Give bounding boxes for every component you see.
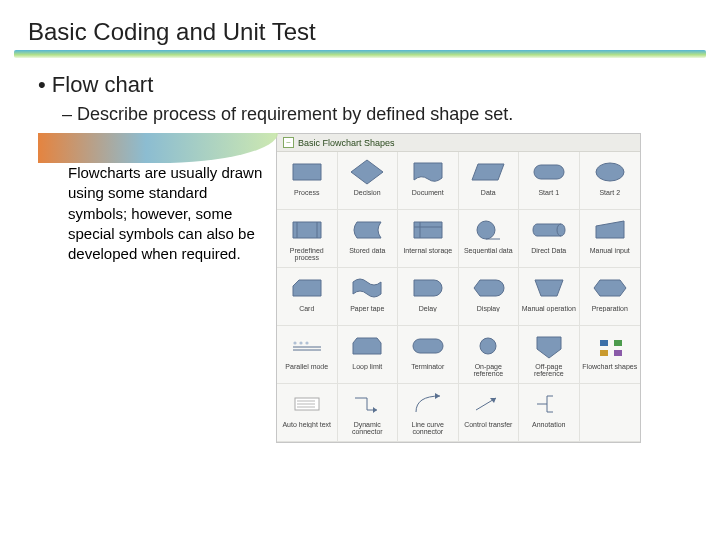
shape-label: Document [410,188,446,196]
shape-label: Sequential data [462,246,515,254]
svg-rect-10 [600,350,608,356]
terminator-shape-icon [408,330,448,362]
bullet-level-1: Flow chart [38,72,694,98]
shape-label: Annotation [530,420,567,428]
shape-label: Internal storage [401,246,454,254]
ctrl-shape-icon [468,388,508,420]
shape-cell[interactable]: Annotation [519,384,580,442]
svg-rect-8 [600,340,608,346]
shape-cell[interactable]: Document [398,152,459,210]
palette-header[interactable]: − Basic Flowchart Shapes [277,134,640,152]
parallel-shape-icon [287,330,327,362]
shape-label: Line curve connector [398,420,458,436]
shape-cell[interactable]: Start 2 [580,152,641,210]
empty-cell [580,384,641,442]
shape-cell[interactable]: Internal storage [398,210,459,268]
palette-title: Basic Flowchart Shapes [298,138,395,148]
shape-cell[interactable]: Card [277,268,338,326]
predef-shape-icon [287,214,327,246]
shape-label: On-page reference [459,362,519,378]
mini-shape-icon [590,330,630,362]
shape-cell[interactable]: Dynamic connector [338,384,399,442]
display-shape-icon [468,272,508,304]
manualop-shape-icon [529,272,569,304]
content-row: Flowcharts are usually drawn using some … [38,125,694,443]
shape-label: Flowchart shapes [580,362,639,370]
svg-point-2 [293,341,296,344]
offpage-shape-icon [529,330,569,362]
document-shape-icon [408,156,448,188]
swoosh-graphic [38,133,278,163]
looplimit-shape-icon [347,330,387,362]
bullet-level-2: Describe process of requirement by defin… [38,98,694,125]
circle-shape-icon [468,330,508,362]
shape-cell[interactable]: Data [459,152,520,210]
shape-label: Loop limit [350,362,384,370]
shape-label: Start 1 [536,188,561,196]
shape-cell[interactable]: Process [277,152,338,210]
shape-cell[interactable]: Paper tape [338,268,399,326]
svg-point-7 [480,338,496,354]
delay-shape-icon [408,272,448,304]
shape-cell[interactable]: Line curve connector [398,384,459,442]
svg-rect-9 [614,340,622,346]
shape-label: Direct Data [529,246,568,254]
shape-cell[interactable]: Control transfer [459,384,520,442]
svg-point-3 [299,341,302,344]
shape-cell[interactable]: Delay [398,268,459,326]
card-shape-icon [287,272,327,304]
shape-cell[interactable]: Auto height text [277,384,338,442]
shape-cell[interactable]: On-page reference [459,326,520,384]
prep-shape-icon [590,272,630,304]
shape-cell[interactable]: Off-page reference [519,326,580,384]
shapes-grid: ProcessDecisionDocumentDataStart 1Start … [277,152,640,442]
manualin-shape-icon [590,214,630,246]
shape-cell[interactable]: Display [459,268,520,326]
shape-cell[interactable]: Decision [338,152,399,210]
rect-shape-icon [287,156,327,188]
svg-point-1 [477,221,495,239]
papertape-shape-icon [347,272,387,304]
shape-label: Predefined process [277,246,337,262]
shape-cell[interactable]: Preparation [580,268,641,326]
shape-cell[interactable]: Terminator [398,326,459,384]
shape-label: Control transfer [462,420,514,428]
shape-label: Paper tape [348,304,386,312]
shape-label: Process [292,188,321,196]
left-description: Flowcharts are usually drawn using some … [38,133,276,264]
shape-cell[interactable]: Manual operation [519,268,580,326]
stored-shape-icon [347,214,387,246]
shape-cell[interactable]: Direct Data [519,210,580,268]
terminator-shape-icon [529,156,569,188]
shape-label: Terminator [409,362,446,370]
dynconn-shape-icon [347,388,387,420]
parallelogram-shape-icon [468,156,508,188]
internal-shape-icon [408,214,448,246]
shape-label: Dynamic connector [338,420,398,436]
collapse-icon[interactable]: − [283,137,294,148]
shape-cell[interactable]: Loop limit [338,326,399,384]
cylinder-shape-icon [529,214,569,246]
shapes-palette: − Basic Flowchart Shapes ProcessDecision… [276,133,641,443]
shape-cell[interactable]: Start 1 [519,152,580,210]
shape-cell[interactable]: Stored data [338,210,399,268]
slide-title: Basic Coding and Unit Test [0,0,720,50]
shape-cell[interactable]: Sequential data [459,210,520,268]
shape-label: Start 2 [597,188,622,196]
shape-cell[interactable]: Predefined process [277,210,338,268]
curvconn-shape-icon [408,388,448,420]
shape-cell[interactable]: Manual input [580,210,641,268]
shape-cell[interactable]: Parallel mode [277,326,338,384]
slide-body: Flow chart Describe process of requireme… [0,58,720,443]
diamond-shape-icon [347,156,387,188]
ellipse-shape-icon [590,156,630,188]
shape-cell[interactable]: Flowchart shapes [580,326,641,384]
svg-rect-11 [614,350,622,356]
shape-label: Manual operation [520,304,578,312]
shape-label: Card [297,304,316,312]
svg-point-4 [305,341,308,344]
shape-label: Decision [352,188,383,196]
svg-point-0 [596,163,624,181]
shape-label: Delay [417,304,439,312]
textbox-shape-icon [287,388,327,420]
